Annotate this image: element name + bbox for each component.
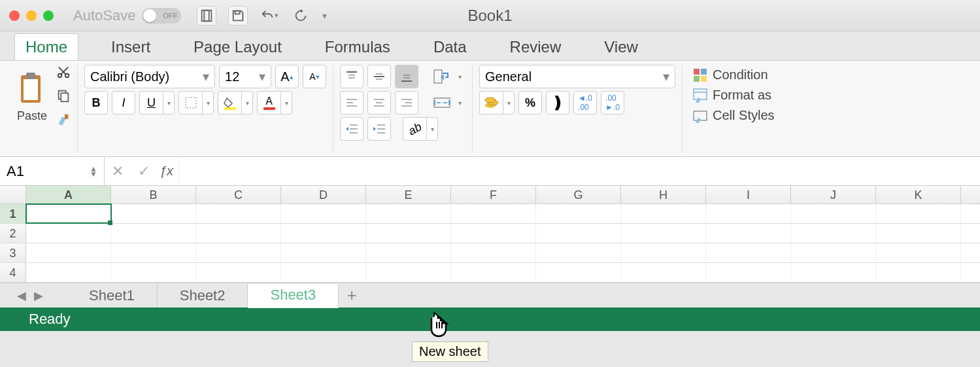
- tab-data[interactable]: Data: [423, 34, 477, 60]
- cell[interactable]: [111, 243, 196, 262]
- cell[interactable]: [706, 224, 791, 243]
- bold-button[interactable]: B: [84, 91, 108, 114]
- cell[interactable]: [621, 224, 706, 243]
- cell[interactable]: [876, 224, 961, 243]
- underline-menu[interactable]: ▾: [163, 91, 175, 114]
- decrease-indent-button[interactable]: [340, 117, 363, 141]
- font-color-button[interactable]: A: [257, 91, 280, 114]
- orientation-button[interactable]: ab: [403, 117, 426, 141]
- align-left-button[interactable]: [340, 91, 363, 114]
- undo-button[interactable]: ▾: [260, 6, 279, 26]
- paste-button[interactable]: Paste: [13, 65, 51, 129]
- col-header-i[interactable]: I: [706, 186, 791, 203]
- cell[interactable]: [791, 204, 876, 223]
- cell[interactable]: [706, 263, 791, 282]
- increase-indent-button[interactable]: [367, 117, 391, 141]
- col-header-j[interactable]: J: [791, 186, 876, 203]
- qat-customize-icon[interactable]: ▾: [322, 10, 327, 21]
- save-button[interactable]: [228, 6, 248, 26]
- cell[interactable]: [621, 263, 706, 282]
- borders-button[interactable]: [178, 91, 202, 114]
- comma-style-button[interactable]: ❫: [546, 91, 569, 114]
- fill-color-button[interactable]: [218, 91, 241, 114]
- cell[interactable]: [706, 243, 791, 262]
- cell[interactable]: [281, 263, 366, 282]
- col-header-a[interactable]: A: [26, 186, 111, 203]
- align-center-button[interactable]: [367, 91, 391, 114]
- merge-cells-menu[interactable]: ▾: [454, 91, 465, 114]
- sheet-nav-next[interactable]: ▶: [30, 288, 47, 303]
- tab-insert[interactable]: Insert: [101, 34, 161, 60]
- fill-color-menu[interactable]: ▾: [241, 91, 253, 114]
- format-as-table-button[interactable]: Format as: [693, 88, 774, 103]
- orientation-menu[interactable]: ▾: [426, 117, 438, 141]
- col-header-g[interactable]: G: [536, 186, 621, 203]
- cell[interactable]: [536, 224, 621, 243]
- cell[interactable]: [196, 263, 281, 282]
- col-header-h[interactable]: H: [621, 186, 706, 203]
- merge-cells-button[interactable]: [430, 91, 454, 114]
- cell[interactable]: [451, 263, 536, 282]
- tab-home[interactable]: Home: [14, 33, 78, 60]
- cell[interactable]: [621, 204, 706, 223]
- cell[interactable]: [281, 243, 366, 262]
- copy-button[interactable]: [56, 88, 71, 105]
- redo-button[interactable]: [291, 6, 311, 26]
- cancel-formula-button[interactable]: ✕: [105, 163, 131, 180]
- cell[interactable]: [366, 263, 451, 282]
- align-bottom-button[interactable]: [395, 65, 418, 88]
- cell[interactable]: [26, 243, 111, 262]
- accounting-format-button[interactable]: [479, 91, 503, 114]
- cut-button[interactable]: [56, 65, 71, 82]
- cell[interactable]: [451, 204, 536, 223]
- col-header-f[interactable]: F: [451, 186, 536, 203]
- cell[interactable]: [366, 204, 451, 223]
- name-box[interactable]: A1 ▲▼: [0, 157, 105, 185]
- cell[interactable]: [196, 204, 281, 223]
- cell[interactable]: [196, 224, 281, 243]
- number-format-select[interactable]: General▾: [479, 65, 675, 88]
- align-right-button[interactable]: [395, 91, 418, 114]
- cell-styles-button[interactable]: Cell Styles: [693, 108, 774, 123]
- col-header-c[interactable]: C: [196, 186, 281, 203]
- row-header-3[interactable]: 3: [0, 243, 26, 262]
- sheet-tab-2[interactable]: Sheet2: [158, 283, 248, 307]
- wrap-text-menu[interactable]: ▾: [454, 65, 465, 88]
- cell[interactable]: [451, 224, 536, 243]
- cell[interactable]: [451, 243, 536, 262]
- cell[interactable]: [536, 263, 621, 282]
- enter-formula-button[interactable]: ✓: [131, 163, 157, 180]
- font-color-menu[interactable]: ▾: [280, 91, 292, 114]
- cell-a1[interactable]: [26, 204, 111, 223]
- decrease-decimal-button[interactable]: .00►.0: [601, 91, 624, 114]
- decrease-font-size-button[interactable]: A▾: [303, 65, 326, 88]
- sheet-tab-3[interactable]: Sheet3: [248, 284, 339, 308]
- col-header-b[interactable]: B: [111, 186, 196, 203]
- cell[interactable]: [366, 224, 451, 243]
- name-box-spinner[interactable]: ▲▼: [90, 166, 97, 177]
- autosave-toggle[interactable]: OFF: [142, 8, 181, 24]
- cell[interactable]: [26, 224, 111, 243]
- cell[interactable]: [876, 243, 961, 262]
- col-header-e[interactable]: E: [366, 186, 451, 203]
- new-sheet-button[interactable]: +: [339, 285, 365, 306]
- tab-view[interactable]: View: [594, 34, 649, 60]
- align-top-button[interactable]: [340, 65, 363, 88]
- format-painter-button[interactable]: [56, 112, 71, 129]
- maximize-window-button[interactable]: [43, 10, 54, 21]
- row-header-1[interactable]: 1: [0, 204, 26, 223]
- wrap-text-button[interactable]: [430, 65, 454, 88]
- cell[interactable]: [876, 204, 961, 223]
- cell[interactable]: [111, 263, 196, 282]
- cell[interactable]: [111, 224, 196, 243]
- cell[interactable]: [791, 243, 876, 262]
- borders-menu[interactable]: ▾: [202, 91, 214, 114]
- font-size-select[interactable]: 12▾: [219, 65, 271, 88]
- close-window-button[interactable]: [9, 10, 20, 21]
- cell[interactable]: [281, 204, 366, 223]
- tab-formulas[interactable]: Formulas: [314, 34, 401, 60]
- cell[interactable]: [26, 263, 111, 282]
- autosave-control[interactable]: AutoSave OFF: [73, 7, 181, 24]
- sheet-nav-prev[interactable]: ◀: [13, 288, 30, 303]
- tab-review[interactable]: Review: [499, 34, 572, 60]
